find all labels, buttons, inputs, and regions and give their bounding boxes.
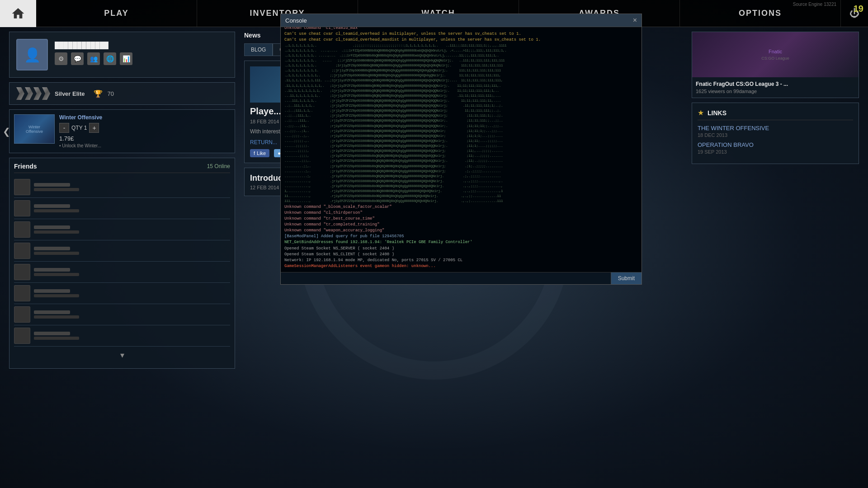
link-name-1[interactable]: THE WINTER OFFENSIVE (698, 125, 853, 131)
console-line: Unknown command "tr_best_course_time" (284, 216, 638, 221)
friend-avatar (14, 306, 30, 323)
links-header: ★ LINKS (698, 108, 853, 120)
profile-icon-5[interactable]: 📊 (120, 52, 132, 65)
console-input[interactable] (281, 272, 611, 284)
profile-name: ████████████ (55, 42, 228, 49)
console-line: Unknown command "cl_teamid_max" (284, 27, 638, 31)
console-line: ..;..;lll,l,l,. ;jrjlyZFZFZZ0p0SS088B8bQ… (284, 108, 638, 113)
right-panel: Fnatic CS:GO League Fnatic FragOut CS:GO… (692, 32, 859, 164)
stream-thumbnail[interactable]: Fnatic CS:GO League (692, 32, 859, 77)
console-line: ...ll,l,l,l,l,l,l,. ;ljrjlyZFZFZ0p0S088B… (284, 94, 638, 98)
friend-name (34, 183, 70, 187)
console-line: .,l,l,l,l,l,l,l,l,. ;;jrjlyZFZ0p0S008B8b… (284, 73, 638, 78)
friend-info (34, 247, 230, 255)
profile-icons: ⚙ 💬 👥 🌐 📊 (55, 52, 228, 65)
fps-counter: 19 (854, 4, 863, 14)
price: 1.79£ (59, 135, 230, 142)
friends-header: Friends 15 Online (14, 163, 230, 173)
friend-status (34, 273, 79, 276)
rank-name: Silver Elite (55, 90, 85, 97)
profile-card: 👤 ████████████ ⚙ 💬 👥 🌐 📊 (9, 32, 235, 78)
console-close-button[interactable]: × (633, 16, 637, 24)
fb-label: Like (257, 150, 266, 156)
friend-avatar (14, 285, 30, 301)
winter-offensive-image: WinterOffensive (14, 114, 55, 144)
friend-info (34, 204, 230, 212)
console-line: .,l,l,l,l,l,l,l,. ;lrjlyZFZ0pS008B8bQB0B… (284, 63, 638, 68)
friends-title: Friends (14, 163, 37, 170)
console-title: Console (285, 17, 307, 24)
nav-play[interactable]: PLAY (36, 0, 197, 27)
friends-section: Friends 15 Online (9, 158, 235, 369)
stream-info: Fnatic FragOut CS:GO League 3 - ... 1625… (692, 77, 859, 98)
console-line: .,l,l,l,l,l,l,l,l. ;;jrjlyZFZ0pS008B8bQB… (284, 68, 638, 73)
console-line: Can't use cheat cvar cl_teamid_overhead … (284, 31, 638, 37)
home-icon (11, 6, 25, 21)
profile-icon-2[interactable]: 💬 (71, 52, 84, 65)
friend-name (34, 204, 70, 208)
left-panel: 👤 ████████████ ⚙ 💬 👥 🌐 📊 Silver Elite 🏆 … (9, 32, 235, 369)
console-titlebar: Console × (281, 14, 642, 27)
profile-info: ████████████ ⚙ 💬 👥 🌐 📊 (55, 42, 228, 68)
qty-decrease[interactable]: - (59, 123, 69, 133)
console-line: lll.........., .rjlyZFZFZZ0p0S0S0888b8b0… (284, 199, 638, 203)
friend-info (34, 310, 230, 319)
rank-card: Silver Elite 🏆 70 (9, 82, 235, 105)
friend-item[interactable] (14, 177, 230, 198)
console-line: ......;;;;;;. ;jrlyZFZFZZ0p0SSS088B8bQBQ… (284, 144, 638, 148)
friends-list (14, 177, 230, 347)
console-line: Unknown command "_bloom_scale_factor_sca… (284, 204, 638, 210)
console-line: .,l,l,l,l,l,l,l,. ....,.... .;;;lrFZZp0S… (284, 48, 638, 53)
console-line: [BaseModPanel] Added query for pub file … (284, 234, 638, 239)
friend-item[interactable] (14, 304, 230, 325)
console-line: Unknown command "cl_thirdperson" (284, 210, 638, 216)
console-output[interactable]: Unknown command "cl_teamid_min"Unknown c… (281, 27, 642, 272)
links-title: LINKS (708, 109, 726, 117)
links-section: ★ LINKS THE WINTER OFFENSIVE 18 DEC 2013… (692, 103, 859, 164)
link-item-2: OPERATION BRAVO 19 SEP 2013 (698, 141, 853, 155)
friend-item[interactable] (14, 198, 230, 219)
console-line: ............;, .jrlyZFZFZZ0p0SSS0888b8bQ… (284, 174, 638, 178)
facebook-like-button[interactable]: f Like (250, 149, 269, 157)
link-name-2[interactable]: OPERATION BRAVO (698, 141, 853, 148)
chevron-3 (33, 87, 42, 100)
qty-controls: - QTY 1 + (59, 123, 230, 133)
friend-name (34, 247, 70, 250)
console-line: GameSessionManagerAddListeners event gam… (284, 263, 638, 269)
console-submit-button[interactable]: Submit (611, 272, 642, 284)
friend-item[interactable] (14, 240, 230, 262)
console-line: ............., .jrlyZFZFZZ0p0SSS0888b8bQ… (284, 179, 638, 183)
engine-info: Source Engine 13221 (793, 2, 836, 7)
friend-item[interactable] (14, 325, 230, 347)
scroll-down-button[interactable]: ▾ (14, 347, 230, 364)
friend-name (34, 310, 70, 314)
profile-icon-4[interactable]: 🌐 (104, 52, 116, 65)
friend-name (34, 225, 70, 229)
friend-status (34, 230, 79, 234)
trophy-icon: 🏆 (94, 89, 103, 98)
chevron-2 (25, 87, 33, 100)
profile-icon-1[interactable]: ⚙ (55, 52, 67, 65)
prev-arrow[interactable]: ❮ (3, 126, 10, 137)
console-line: Opened Steam Socket NS_SERVER ( socket 2… (284, 246, 638, 251)
friend-avatar (14, 243, 30, 259)
qty-increase[interactable]: + (89, 123, 99, 133)
friend-name (34, 268, 70, 272)
unlock-text: • Unlock the Winter... (59, 143, 230, 148)
friend-item[interactable] (14, 283, 230, 304)
stream-title[interactable]: Fnatic FragOut CS:GO League 3 - ... (696, 81, 855, 87)
friend-status (34, 294, 79, 297)
points-value: 70 (107, 90, 113, 97)
console-line: ..........;;,. ;jrlyZFZFZZ0p0SSS0888b8bQ… (284, 164, 638, 169)
tab-blog[interactable]: BLOG (244, 43, 273, 56)
friend-info (34, 332, 230, 340)
console-line: ..;;...;lll,. ;rjlyZFZFZZ0p0SSS088B8bQBQ… (284, 118, 638, 123)
friend-item[interactable] (14, 219, 230, 240)
rank-badge: Silver Elite 🏆 70 (16, 87, 114, 100)
console-line: Opened Steam Socket NS_CLIENT ( socket 2… (284, 252, 638, 257)
friend-item[interactable] (14, 262, 230, 283)
friend-status (34, 209, 79, 212)
profile-icon-3[interactable]: 👥 (87, 52, 100, 65)
winter-offensive-info: Winter Offensive - QTY 1 + 1.79£ • Unloc… (59, 114, 230, 148)
home-button[interactable] (0, 0, 36, 27)
